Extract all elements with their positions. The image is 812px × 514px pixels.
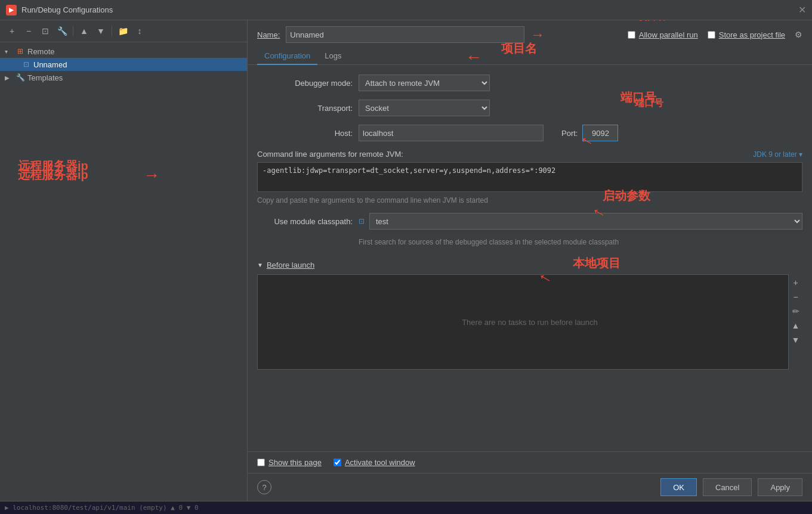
bottom-options: Show this page Activate tool window — [248, 451, 812, 473]
sidebar-unnamed-label: Unnamed — [33, 60, 242, 69]
host-port-row: Host: Port: 端口号 — [257, 125, 802, 141]
config-icon: ⊡ — [21, 60, 31, 69]
sort-button[interactable]: ↕ — [132, 24, 147, 38]
header-options: 项目名 Allow parallel run Store as project … — [589, 29, 802, 41]
before-launch-toolbar: + − ✏ ▲ ▼ — [788, 274, 802, 370]
command-textarea[interactable]: -agentlib:jdwp=transport=dt_socket,serve… — [257, 162, 802, 192]
show-page-checkbox[interactable] — [257, 459, 265, 466]
before-launch-chevron[interactable]: ▼ — [257, 262, 263, 268]
port-label: Port: — [561, 129, 578, 138]
add-config-button[interactable]: + — [5, 24, 19, 38]
annotation-project-name: 项目名 — [637, 20, 666, 23]
dialog-title: Run/Debug Configurations — [21, 5, 113, 14]
before-launch-add-button[interactable]: + — [790, 277, 802, 289]
allow-parallel-label[interactable]: Allow parallel run — [639, 30, 698, 39]
app-icon: ▶ — [6, 5, 17, 16]
port-input[interactable] — [582, 125, 618, 141]
transport-label: Transport: — [257, 104, 353, 113]
before-launch-up-button[interactable]: ▲ — [790, 320, 802, 332]
sidebar-item-unnamed[interactable]: ⊡ Unnamed — [0, 58, 247, 71]
apply-button[interactable]: Apply — [758, 478, 802, 496]
before-launch-label: Before launch — [267, 261, 314, 270]
command-hint: Copy and paste the arguments to the comm… — [257, 196, 488, 205]
allow-parallel-group: Allow parallel run — [628, 30, 698, 39]
before-launch-edit-button[interactable]: ✏ — [790, 305, 802, 317]
module-select-container: ⊡ test — [359, 213, 802, 230]
name-field-label: Name: — [257, 30, 280, 39]
module-classpath-label: Use module classpath: — [257, 217, 353, 226]
module-classpath-row: Use module classpath: ⊡ test — [257, 213, 802, 230]
toolbar-separator-2 — [112, 26, 112, 36]
config-content: Debugger mode: Attach to remote JVM Tran… — [248, 65, 812, 451]
transport-row: Transport: Socket — [257, 100, 802, 116]
cancel-button[interactable]: Cancel — [703, 478, 752, 496]
dialog-footer: ? OK Cancel Apply — [248, 473, 812, 501]
name-row: Name: ← 项目名 Allow parallel run — [248, 20, 812, 48]
ok-button[interactable]: OK — [660, 478, 697, 496]
folder-button[interactable]: 📁 — [116, 24, 130, 38]
sidebar-templates-label: Templates — [27, 73, 242, 82]
close-button[interactable]: ✕ — [798, 4, 806, 16]
allow-parallel-checkbox[interactable] — [628, 31, 635, 39]
host-input[interactable] — [359, 125, 544, 141]
sidebar-toolbar: + − ⊡ 🔧 ▲ ▼ 📁 ↕ — [0, 20, 247, 42]
store-project-group: Store as project file — [708, 30, 785, 39]
annotation-port-number: 端口号 — [635, 97, 663, 110]
tab-configuration[interactable]: Configuration — [257, 48, 317, 65]
copy-config-button[interactable]: ⊡ — [38, 24, 53, 38]
show-page-label[interactable]: Show this page — [268, 458, 322, 467]
store-project-label[interactable]: Store as project file — [719, 30, 785, 39]
status-bar: ▶ localhost:8080/test/api/v1/main (empty… — [0, 501, 812, 514]
debugger-mode-label: Debugger mode: — [257, 79, 353, 88]
sidebar: + − ⊡ 🔧 ▲ ▼ 📁 ↕ — [0, 20, 248, 501]
before-launch-header: ▼ Before launch — [257, 261, 802, 270]
sidebar-remote-label: Remote — [27, 47, 242, 56]
gear-icon[interactable]: ⚙ — [795, 30, 802, 39]
transport-select[interactable]: Socket — [359, 100, 490, 116]
help-button[interactable]: ? — [257, 480, 271, 494]
host-label: Host: — [257, 129, 353, 138]
sidebar-item-remote[interactable]: ▾ ⊞ Remote — [0, 45, 247, 58]
module-hint: First search for sources of the debugged… — [359, 238, 802, 246]
tabs-bar: Configuration Logs — [248, 48, 812, 65]
store-project-checkbox[interactable] — [708, 31, 715, 39]
before-launch-remove-button[interactable]: − — [790, 291, 802, 303]
sidebar-item-templates[interactable]: ▶ 🔧 Templates — [0, 71, 247, 84]
arrow-to-name: ← — [530, 26, 545, 43]
command-line-section: Command line arguments for remote JVM: J… — [257, 150, 802, 205]
show-page-group: Show this page — [257, 458, 322, 467]
templates-icon: 🔧 — [16, 73, 25, 82]
port-group: Port: 端口号 — [561, 125, 629, 141]
chevron-down-icon: ▾ — [5, 48, 13, 55]
remote-icon: ⊞ — [16, 47, 25, 56]
before-launch-empty-text: There are no tasks to run before launch — [462, 318, 598, 327]
status-text: ▶ localhost:8080/test/api/v1/main (empty… — [5, 504, 199, 512]
tab-logs[interactable]: Logs — [317, 48, 348, 65]
debugger-mode-select[interactable]: Attach to remote JVM — [359, 75, 490, 91]
move-up-button[interactable]: ▲ — [77, 24, 91, 38]
title-bar: ▶ Run/Debug Configurations ✕ — [0, 0, 812, 20]
remove-config-button[interactable]: − — [21, 24, 36, 38]
module-select[interactable]: test — [369, 213, 802, 230]
move-down-button[interactable]: ▼ — [94, 24, 108, 38]
toolbar-separator-1 — [73, 26, 73, 36]
activate-tool-group: Activate tool window — [334, 458, 415, 467]
edit-config-button[interactable]: 🔧 — [55, 24, 69, 38]
content-panel: Name: ← 项目名 Allow parallel run — [248, 20, 812, 501]
before-launch-box: There are no tasks to run before launch … — [257, 274, 802, 370]
activate-tool-checkbox[interactable] — [334, 459, 341, 466]
command-line-header: Command line arguments for remote JVM: J… — [257, 150, 802, 159]
before-launch-down-button[interactable]: ▼ — [790, 334, 802, 346]
debugger-mode-row: Debugger mode: Attach to remote JVM — [257, 75, 802, 91]
activate-tool-label[interactable]: Activate tool window — [345, 458, 415, 467]
command-line-label: Command line arguments for remote JVM: — [257, 150, 403, 159]
main-container: + − ⊡ 🔧 ▲ ▼ 📁 ↕ — [0, 20, 812, 501]
chevron-right-icon: ▶ — [5, 75, 13, 81]
jdk-version-link[interactable]: JDK 9 or later ▾ — [753, 150, 802, 159]
before-launch-section: ▼ Before launch There are no tasks to ru… — [257, 261, 802, 370]
name-input[interactable] — [286, 26, 524, 43]
module-icon: ⊡ — [359, 217, 365, 225]
sidebar-tree: ▾ ⊞ Remote ⊡ Unnamed ▶ 🔧 Templates — [0, 42, 247, 501]
